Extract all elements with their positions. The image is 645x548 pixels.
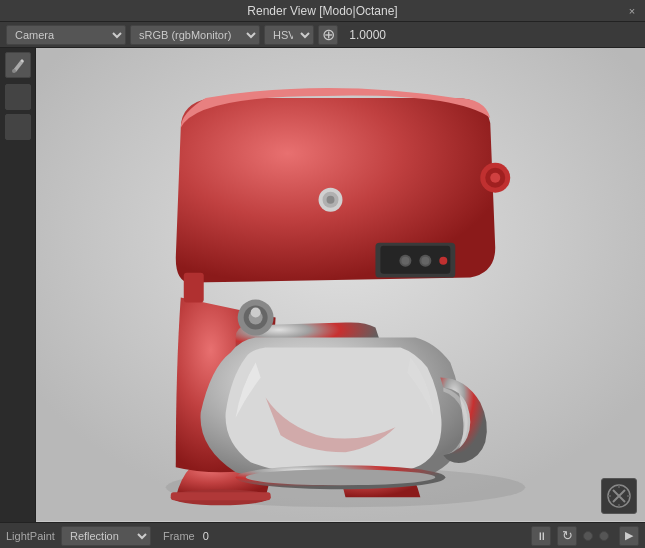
title-bar: Render View [Modo|Octane] × (0, 0, 645, 22)
svg-point-20 (246, 469, 436, 485)
svg-point-11 (401, 257, 409, 265)
render-pass-select[interactable]: Reflection Beauty Diffuse Specular (61, 526, 151, 546)
frame-value: 0 (203, 530, 209, 542)
exposure-value: 1.0000 (346, 28, 386, 42)
sidebar-btn-1[interactable] (5, 84, 31, 110)
pause-button[interactable]: ⏸ (531, 526, 551, 546)
camera-select[interactable]: Camera (6, 25, 126, 45)
bottom-bar: LightPaint Reflection Beauty Diffuse Spe… (0, 522, 645, 548)
window-title: Render View [Modo|Octane] (247, 4, 397, 18)
close-button[interactable]: × (625, 4, 639, 18)
svg-point-7 (327, 196, 335, 204)
color-space-select[interactable]: sRGB (rgbMonitor) (130, 25, 260, 45)
frame-label: Frame (163, 530, 195, 542)
paint-tool-button[interactable] (5, 52, 31, 78)
status-dot-2 (599, 531, 609, 541)
svg-point-14 (439, 257, 447, 265)
rotate-icon[interactable]: ⊕ (318, 25, 338, 45)
svg-point-0 (12, 69, 16, 73)
render-image (36, 48, 645, 521)
svg-point-24 (251, 308, 261, 318)
expand-button[interactable]: ▶ (619, 526, 639, 546)
toolbar: Camera sRGB (rgbMonitor) HSV ⊕ 1.0000 (0, 22, 645, 48)
main-area (0, 48, 645, 522)
render-canvas (36, 48, 645, 522)
lightpaint-label: LightPaint (6, 530, 55, 542)
mode-select[interactable]: HSV (264, 25, 314, 45)
left-sidebar (0, 48, 36, 522)
octane-watermark (601, 478, 637, 514)
status-dot-1 (583, 531, 593, 541)
svg-point-23 (490, 173, 500, 183)
svg-rect-4 (171, 492, 271, 500)
sidebar-btn-2[interactable] (5, 114, 31, 140)
svg-point-13 (421, 257, 429, 265)
svg-rect-15 (184, 273, 204, 303)
refresh-button[interactable]: ↻ (557, 526, 577, 546)
